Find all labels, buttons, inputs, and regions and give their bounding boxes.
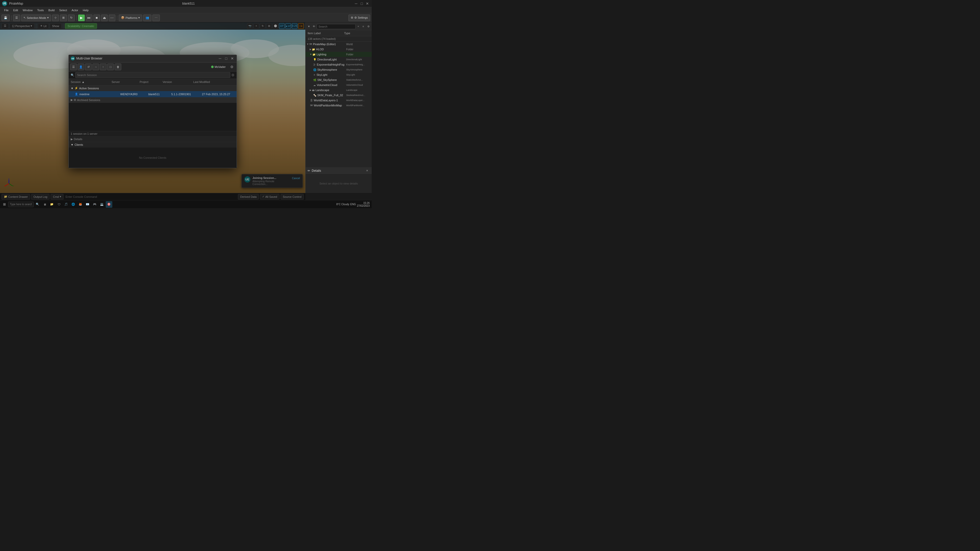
minimize-button[interactable]: ─: [354, 1, 358, 6]
menu-edit[interactable]: Edit: [11, 8, 20, 12]
refresh-btn[interactable]: ↺: [85, 64, 92, 70]
taskbar-icon-2[interactable]: 🖥: [41, 201, 48, 208]
settings-gear-icon[interactable]: ⚙: [366, 24, 371, 29]
tree-item-piratemap[interactable]: ▼ 🗺 PirateMap (Editor) World: [305, 41, 372, 47]
save-button[interactable]: 💾: [2, 14, 10, 21]
modal-details-section[interactable]: ▶ Details: [69, 136, 237, 142]
tree-item-lighting[interactable]: ▼ 📁 Lighting Folder: [305, 52, 372, 57]
tree-item-expfog[interactable]: 🌫 ExponentialHeightFog ExponentialHeig..…: [305, 62, 372, 67]
windows-start-button[interactable]: ⊞: [1, 201, 8, 208]
taskbar-icon-1[interactable]: 🔍: [34, 201, 41, 208]
multiuser-button[interactable]: 👥: [143, 14, 151, 21]
join-session-btn[interactable]: →: [92, 64, 99, 70]
taskbar-icon-5[interactable]: 🎵: [63, 201, 70, 208]
skeletal-icon: 🦴: [313, 94, 316, 97]
extra-button[interactable]: ⋯: [153, 14, 160, 21]
landscape-icon: 🏔: [312, 89, 315, 92]
tree-item-skyatmosphere[interactable]: 🌐 SkyAtmosphere SkyAtmosphere: [305, 67, 372, 72]
tree-item-wpminimap[interactable]: 🗺 WorldPartitionMiniMap WorldPartitionM.…: [305, 103, 372, 108]
settings-button[interactable]: ⚙ ⚙ Settings: [348, 14, 370, 21]
selection-mode-button[interactable]: ↖ Selection Mode ▾: [21, 14, 51, 21]
snapshot-btn[interactable]: □: [107, 64, 114, 70]
taskbar-icon-7[interactable]: 🦊: [77, 201, 84, 208]
taskbar-icon-6[interactable]: 🌐: [70, 201, 76, 208]
details-empty-text: Select an object to view details: [305, 174, 372, 193]
tree-item-volcloud[interactable]: ☁ VolumetricCloud VolumetricCloud: [305, 83, 372, 87]
add-actor-button[interactable]: +: [356, 24, 361, 29]
outliner-search-input[interactable]: [317, 24, 356, 29]
col-server-header: Server: [111, 80, 140, 83]
leave-session-btn[interactable]: ↑: [100, 64, 107, 70]
modal-max-button[interactable]: □: [224, 56, 229, 61]
tree-item-landscape[interactable]: ▶ 🏔 Landscape Landscape: [305, 87, 372, 93]
outliner-tree[interactable]: ▼ 🗺 PirateMap (Editor) World ▶ 📁 HLOD Fo…: [305, 41, 372, 167]
windows-search-input[interactable]: [8, 202, 34, 207]
platforms-icon: 📦: [121, 16, 124, 19]
play-button[interactable]: ▶: [78, 14, 85, 21]
stop-button[interactable]: ■: [94, 14, 100, 21]
session-search-input[interactable]: [75, 72, 230, 78]
skysphere-name: SM_SkySphere: [317, 78, 346, 81]
tree-item-wdl[interactable]: 🗄 WorldDataLayers-1 WorldDataLayer...: [305, 98, 372, 103]
add-user-btn[interactable]: 👤: [78, 64, 84, 70]
taskbar-icon-9[interactable]: 🎮: [91, 201, 98, 208]
taskbar-icon-10[interactable]: 💻: [99, 201, 105, 208]
platforms-button[interactable]: 📦 Platforms ▾: [119, 14, 142, 21]
archived-sessions-icon: ⊞: [74, 98, 76, 102]
tree-item-skysphere[interactable]: 🌿 SM_SkySphere StaticMeshAct...: [305, 77, 372, 83]
expand-landscape[interactable]: ▶: [310, 89, 312, 91]
snap-button[interactable]: ⊞: [60, 14, 67, 21]
taskbar-icon-3[interactable]: 📁: [48, 201, 55, 208]
collapse-all-button[interactable]: ≡: [361, 24, 366, 29]
session-count-label: 1 session on 1 server: [69, 131, 237, 136]
tree-item-skylight[interactable]: ☀ SkyLight SkyLight: [305, 72, 372, 77]
details-title: Details: [312, 169, 321, 173]
search-gear-icon[interactable]: ⚙: [231, 73, 235, 77]
menu-build[interactable]: Build: [46, 8, 57, 12]
lang-indicator: ENG: [350, 203, 356, 206]
actors-count: 138 actors (74 loaded): [305, 36, 372, 41]
delete-session-btn[interactable]: 🗑: [115, 64, 121, 70]
fog-icon: 🌫: [313, 63, 316, 66]
modal-title: Multi-User Browser: [76, 57, 216, 60]
tree-item-directionallight[interactable]: 💡 DirectionalLight DirectionalLight: [305, 57, 372, 62]
more-options-button[interactable]: ⋯: [109, 14, 115, 21]
taskbar-icon-4[interactable]: 🛡: [56, 201, 62, 208]
session-list-btn[interactable]: ☰: [70, 64, 77, 70]
expand-lighting[interactable]: ▼: [310, 53, 312, 56]
mode-select-button[interactable]: ☰: [13, 14, 20, 21]
taskbar-icon-8[interactable]: 📧: [84, 201, 91, 208]
menu-window[interactable]: Window: [21, 8, 35, 12]
rotate-button[interactable]: ↻: [68, 14, 75, 21]
skip-button[interactable]: ⏭: [86, 14, 92, 21]
tree-item-hlod[interactable]: ▶ 📁 HLOD Folder: [305, 47, 372, 52]
session-icon: 👤: [75, 93, 78, 95]
menu-tools[interactable]: Tools: [35, 8, 46, 12]
modal-close-button[interactable]: ✕: [230, 56, 235, 61]
session-row-meetme[interactable]: 👤 meetme WENDYA3R0 blank511 5.1.1-239019…: [69, 91, 237, 97]
menu-select[interactable]: Select: [57, 8, 69, 12]
expand-hlod[interactable]: ▶: [310, 48, 312, 51]
active-sessions-header[interactable]: ▼ ⚡ Active Sessions: [69, 86, 237, 91]
modal-clients-section[interactable]: ▼ Clients: [69, 142, 237, 148]
toggle-vis-button[interactable]: 👁: [312, 24, 316, 29]
tree-item-skm[interactable]: 🦴 SKM_Pirate_Full_02 SkeletalMeshAct...: [305, 93, 372, 98]
menu-file[interactable]: File: [2, 8, 11, 12]
menu-actor[interactable]: Actor: [70, 8, 80, 12]
menu-help[interactable]: Help: [81, 8, 91, 12]
expand-piratemap[interactable]: ▼: [307, 43, 309, 45]
modal-search-bar: 🔍 ⚙: [69, 72, 237, 79]
filter-button[interactable]: ▼: [307, 24, 311, 29]
modal-min-button[interactable]: ─: [218, 56, 222, 61]
details-close-button[interactable]: ✕: [364, 168, 370, 173]
dropdown-arrow-icon: ▾: [47, 16, 49, 19]
taskbar-icon-ue[interactable]: 🎯: [106, 201, 112, 208]
maximize-button[interactable]: □: [360, 1, 364, 6]
volcloud-icon: ☁: [313, 84, 316, 87]
close-button[interactable]: ✕: [365, 1, 370, 6]
light-icon: 💡: [313, 58, 316, 61]
eject-button[interactable]: ⏏: [101, 14, 108, 21]
modal-settings-btn[interactable]: ⚙: [229, 64, 235, 70]
archived-sessions-header[interactable]: ▶ ⊞ Archived Sessions: [69, 97, 237, 103]
transform-button[interactable]: ⊹: [52, 14, 59, 21]
